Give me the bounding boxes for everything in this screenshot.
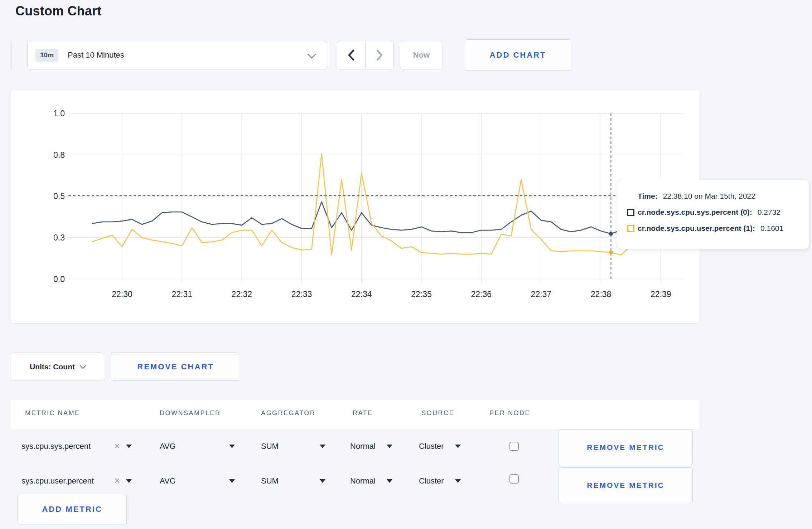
chevron-down-icon [79,362,86,369]
page-title: Custom Chart [15,4,101,19]
aggregator-select[interactable]: SUM [261,476,279,486]
svg-text:22:33: 22:33 [291,290,312,299]
column-header-metric-name: METRIC NAME [25,409,80,417]
svg-text:22:39: 22:39 [651,290,671,299]
aggregator-select[interactable]: SUM [261,442,279,451]
rate-select[interactable]: Normal [350,442,376,451]
svg-text:22:32: 22:32 [232,290,252,299]
chevron-left-icon [347,49,356,61]
source-select[interactable]: Cluster [419,442,444,451]
remove-metric-button[interactable]: REMOVE METRIC [559,467,693,503]
downsampler-select[interactable]: AVG [160,476,176,486]
y-axis-labels: 0.00.30.50.81.0 [53,109,65,284]
source-caret-icon[interactable] [455,445,461,448]
tooltip-time-row: Time: 22:38:10 on Mar 15th, 2022 [627,192,809,200]
chart-tooltip: Time: 22:38:10 on Mar 15th, 2022 cr.node… [617,180,809,249]
rate-select[interactable]: Normal [350,476,376,486]
column-header-per-node: PER NODE [489,409,530,417]
svg-text:22:30: 22:30 [112,290,132,299]
downsampler-caret-icon[interactable] [229,445,235,448]
remove-metric-button[interactable]: REMOVE METRIC [559,429,693,465]
chevron-right-icon [375,49,384,61]
time-range-label: Past 10 Minutes [68,50,124,60]
now-button[interactable]: Now [400,41,443,69]
aggregator-caret-icon[interactable] [320,479,325,483]
column-header-aggregator: AGGREGATOR [261,409,315,417]
remove-chart-button[interactable]: REMOVE CHART [111,353,240,381]
source-caret-icon[interactable] [455,479,461,483]
add-metric-button[interactable]: ADD METRIC [18,494,127,524]
metrics-table-header: METRIC NAME DOWNSAMPLER AGGREGATOR RATE … [11,400,699,429]
time-window-pager [337,41,394,69]
metric-name-dropdown-caret-icon[interactable] [126,479,132,483]
svg-text:22:36: 22:36 [471,290,492,299]
series-swatch-icon [627,225,634,232]
downsampler-select[interactable]: AVG [160,442,176,451]
svg-text:0.3: 0.3 [53,233,65,242]
add-chart-button[interactable]: ADD CHART [465,39,571,71]
tooltip-series-row: cr.node.sys.cpu.user.percent (1): 0.1601 [627,224,809,233]
tooltip-series-row: cr.node.sys.cpu.sys.percent (0): 0.2732 [627,208,809,217]
per-node-checkbox[interactable] [509,442,519,451]
series-lines [92,154,671,255]
svg-text:22:37: 22:37 [531,290,552,299]
vertical-gridlines [122,113,661,283]
per-node-checkbox[interactable] [509,474,519,484]
svg-text:22:35: 22:35 [411,290,432,299]
clear-metric-x-icon[interactable] [114,476,120,486]
downsampler-caret-icon[interactable] [229,479,235,483]
next-window-button[interactable] [366,41,393,69]
tooltip-series-value: 0.2732 [758,208,780,217]
tooltip-time-value: 22:38:10 on Mar 15th, 2022 [663,192,755,200]
tooltip-series-label: cr.node.sys.cpu.user.percent (1): [638,224,755,233]
horizontal-gridlines [68,113,682,279]
chart-card: 0.00.30.50.81.0 22:3022:3122:3222:3322:3… [11,89,699,324]
svg-text:0.0: 0.0 [53,275,65,284]
tooltip-series-label: cr.node.sys.cpu.sys.percent (0): [638,208,752,217]
timeseries-chart[interactable]: 0.00.30.50.81.0 22:3022:3122:3222:3322:3… [11,89,699,323]
time-range-dropdown[interactable]: 10m Past 10 Minutes [27,41,327,69]
units-dropdown[interactable]: Units: Count [11,353,104,381]
time-range-badge: 10m [35,49,58,62]
clear-metric-x-icon[interactable] [114,442,120,451]
tooltip-series-value: 0.1601 [760,224,783,233]
metric-name-value[interactable]: sys.cpu.user.percent [21,476,94,486]
column-header-rate: RATE [353,409,373,417]
svg-text:1.0: 1.0 [53,109,65,118]
rate-caret-icon[interactable] [387,445,392,448]
rate-caret-icon[interactable] [387,479,392,483]
series-swatch-icon [627,209,634,216]
metric-name-value[interactable]: sys.cpu.sys.percent [21,442,91,451]
svg-text:22:31: 22:31 [171,290,192,299]
svg-text:0.5: 0.5 [53,191,65,201]
column-header-downsampler: DOWNSAMPLER [160,409,221,417]
svg-text:0.8: 0.8 [53,150,65,160]
x-axis-labels: 22:3022:3122:3222:3322:3422:3522:3622:37… [112,290,671,299]
source-select[interactable]: Cluster [419,476,444,486]
svg-text:22:34: 22:34 [351,290,372,299]
chevron-down-icon [307,50,316,58]
units-label: Units: Count [30,363,75,371]
toolbar-divider [11,41,11,69]
svg-text:22:38: 22:38 [591,290,612,299]
column-header-source: SOURCE [421,409,454,417]
tooltip-time-label: Time: [638,192,658,200]
previous-window-button[interactable] [337,41,366,69]
metric-name-dropdown-caret-icon[interactable] [126,445,132,448]
aggregator-caret-icon[interactable] [320,445,325,448]
